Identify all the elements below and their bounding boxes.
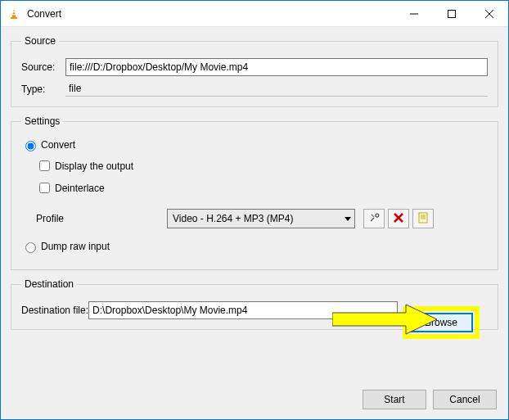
profile-combobox[interactable]: Video - H.264 + MP3 (MP4) bbox=[167, 209, 355, 228]
convert-radio-input[interactable] bbox=[25, 141, 36, 151]
display-output-checkbox[interactable]: Display the output bbox=[36, 158, 488, 174]
destination-legend: Destination bbox=[21, 278, 77, 290]
deinterlace-checkbox[interactable]: Deinterlace bbox=[36, 180, 488, 196]
maximize-button[interactable] bbox=[433, 1, 471, 26]
destination-file-label: Destination file: bbox=[21, 305, 88, 316]
display-output-checkbox-input[interactable] bbox=[39, 160, 50, 171]
svg-marker-0 bbox=[12, 9, 16, 17]
deinterlace-checkbox-input[interactable] bbox=[39, 183, 50, 193]
svg-line-8 bbox=[372, 215, 374, 217]
svg-rect-5 bbox=[448, 10, 456, 17]
profile-label: Profile bbox=[36, 213, 167, 224]
wrench-icon bbox=[368, 212, 380, 226]
source-legend: Source bbox=[21, 35, 59, 47]
highlight-annotation: Browse bbox=[403, 306, 480, 339]
svg-rect-1 bbox=[13, 11, 16, 12]
close-button[interactable] bbox=[471, 1, 508, 26]
delete-profile-button[interactable] bbox=[388, 209, 409, 228]
window-buttons bbox=[395, 1, 508, 26]
destination-group: Destination Destination file: Browse bbox=[11, 278, 498, 330]
document-icon bbox=[418, 212, 428, 226]
dump-raw-label: Dump raw input bbox=[41, 241, 110, 252]
source-group: Source Source: Type: file bbox=[11, 35, 498, 107]
window-title: Convert bbox=[27, 8, 395, 20]
type-label: Type: bbox=[21, 84, 65, 95]
vlc-cone-icon bbox=[7, 7, 20, 20]
x-icon bbox=[394, 213, 403, 225]
deinterlace-label: Deinterlace bbox=[55, 183, 105, 194]
convert-window: Convert Source Source: Type: file bbox=[0, 0, 509, 420]
svg-rect-3 bbox=[11, 17, 17, 19]
settings-legend: Settings bbox=[21, 115, 63, 127]
dump-raw-radio[interactable]: Dump raw input bbox=[21, 240, 488, 253]
profile-value: Video - H.264 + MP3 (MP4) bbox=[173, 213, 340, 224]
dump-raw-radio-input[interactable] bbox=[25, 242, 36, 253]
destination-file-input[interactable] bbox=[88, 301, 398, 319]
display-output-label: Display the output bbox=[55, 160, 133, 172]
titlebar: Convert bbox=[1, 1, 508, 27]
minimize-button[interactable] bbox=[395, 1, 433, 26]
convert-radio[interactable]: Convert bbox=[21, 138, 488, 151]
start-button[interactable]: Start bbox=[363, 390, 426, 409]
svg-rect-11 bbox=[419, 213, 427, 223]
settings-group: Settings Convert Display the output Dein… bbox=[11, 115, 498, 270]
dialog-footer: Start Cancel bbox=[363, 390, 497, 409]
new-profile-button[interactable] bbox=[412, 209, 434, 228]
source-input[interactable] bbox=[65, 58, 488, 76]
client-area: Source Source: Type: file Settings Conve… bbox=[1, 27, 508, 419]
chevron-down-icon bbox=[345, 217, 351, 221]
source-label: Source: bbox=[21, 61, 65, 73]
convert-radio-label: Convert bbox=[41, 139, 75, 151]
browse-button[interactable]: Browse bbox=[409, 313, 473, 332]
cancel-button[interactable]: Cancel bbox=[433, 390, 497, 409]
svg-rect-2 bbox=[12, 14, 16, 15]
edit-profile-button[interactable] bbox=[363, 209, 385, 228]
type-value: file bbox=[65, 81, 488, 97]
